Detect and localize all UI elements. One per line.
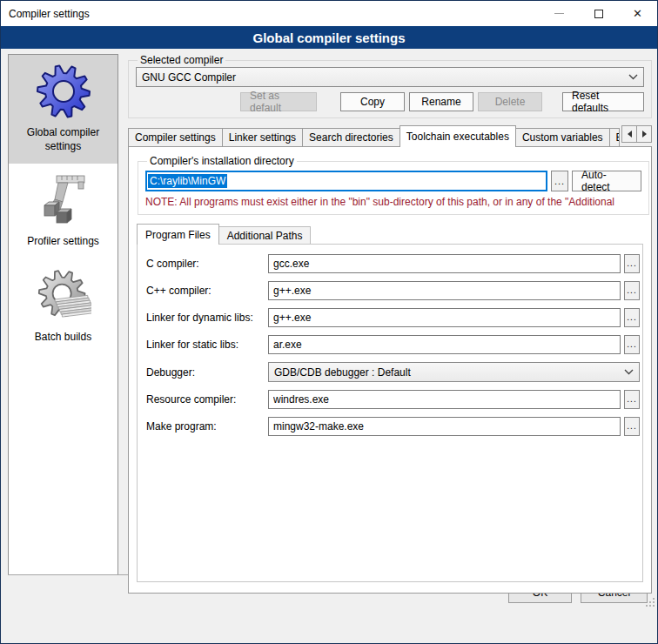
- selected-compiler-legend: Selected compiler: [138, 54, 225, 66]
- browse-button[interactable]: ...: [624, 390, 640, 409]
- program-files-tabstrip: Program Files Additional Paths: [137, 223, 643, 244]
- tab-scroll-left-button[interactable]: [621, 125, 637, 143]
- browse-button[interactable]: ...: [624, 308, 640, 327]
- tab-linker-settings[interactable]: Linker settings: [222, 128, 303, 146]
- chevron-down-icon: [624, 369, 634, 375]
- browse-button[interactable]: ...: [624, 281, 640, 300]
- reset-defaults-button[interactable]: Reset defaults: [562, 92, 644, 111]
- installation-directory-browse-button[interactable]: ...: [551, 171, 568, 191]
- copy-button[interactable]: Copy: [340, 92, 405, 111]
- maximize-icon: [594, 10, 603, 18]
- linker-dynamic-input[interactable]: [268, 308, 621, 327]
- field-label: Debugger:: [146, 366, 268, 379]
- delete-button[interactable]: Delete: [478, 92, 542, 111]
- linker-static-input[interactable]: [268, 335, 621, 354]
- field-label: Make program:: [146, 420, 268, 433]
- installation-directory-value: C:\raylib\MinGW: [148, 174, 227, 188]
- make-program-input[interactable]: [268, 417, 621, 436]
- program-files-panel: C compiler: ... C++ compiler: ... Linker…: [137, 244, 643, 582]
- resource-compiler-input[interactable]: [268, 390, 621, 409]
- field-label: Resource compiler:: [146, 393, 268, 406]
- field-row-cpp-compiler: C++ compiler: ...: [146, 281, 640, 300]
- caliper-icon: [36, 172, 91, 228]
- sidebar-item-global-compiler-settings[interactable]: Global compiler settings: [9, 55, 118, 164]
- toolchain-executables-panel: Compiler's installation directory C:\ray…: [128, 146, 652, 594]
- sidebar-item-label: Profiler settings: [27, 235, 99, 249]
- resize-grip[interactable]: [644, 596, 655, 607]
- browse-button[interactable]: ...: [624, 417, 640, 436]
- field-label: Linker for dynamic libs:: [146, 312, 268, 324]
- sidebar-item-profiler-settings[interactable]: Profiler settings: [9, 164, 118, 259]
- minimize-icon: [554, 13, 564, 14]
- auto-detect-button[interactable]: Auto-detect: [572, 171, 641, 191]
- field-row-c-compiler: C compiler: ...: [146, 254, 640, 273]
- gray-gear-stack-icon: [36, 268, 91, 324]
- rename-button[interactable]: Rename: [409, 92, 473, 111]
- field-row-linker-dynamic: Linker for dynamic libs: ...: [146, 308, 640, 327]
- sidebar-item-label: Batch builds: [35, 331, 91, 345]
- tab-search-directories[interactable]: Search directories: [302, 128, 400, 146]
- blue-gear-icon: [36, 64, 91, 119]
- debugger-select[interactable]: GDB/CDB debugger : Default: [268, 362, 640, 382]
- tab-toolchain-executables[interactable]: Toolchain executables: [400, 125, 516, 147]
- tab-scroll-right-button[interactable]: [636, 125, 652, 143]
- titlebar[interactable]: Compiler settings ✕: [1, 1, 657, 26]
- browse-button[interactable]: ...: [624, 254, 640, 273]
- installation-directory-input[interactable]: C:\raylib\MinGW: [145, 171, 547, 191]
- field-row-resource-compiler: Resource compiler: ...: [146, 390, 640, 409]
- field-label: Linker for static libs:: [146, 339, 268, 351]
- tab-compiler-settings[interactable]: Compiler settings: [128, 128, 223, 146]
- field-row-debugger: Debugger: GDB/CDB debugger : Default: [146, 362, 640, 382]
- cpp-compiler-input[interactable]: [268, 281, 621, 300]
- selected-compiler-group: Selected compiler GNU GCC Compiler Set a…: [128, 54, 652, 118]
- installation-directory-legend: Compiler's installation directory: [147, 155, 297, 167]
- tab-additional-paths[interactable]: Additional Paths: [218, 226, 312, 244]
- chevron-down-icon: [628, 74, 638, 80]
- close-icon: ✕: [633, 8, 642, 19]
- window-title: Compiler settings: [1, 8, 540, 20]
- set-as-default-button[interactable]: Set as default: [240, 92, 317, 111]
- close-button[interactable]: ✕: [618, 1, 657, 26]
- tab-program-files[interactable]: Program Files: [137, 224, 219, 245]
- settings-category-list: Global compiler settings: [8, 54, 118, 600]
- compiler-settings-dialog: Compiler settings ✕ Global compiler sett…: [0, 0, 658, 644]
- sidebar-item-label: Global compiler settings: [10, 126, 116, 153]
- maximize-button[interactable]: [579, 1, 618, 26]
- bin-subdirectory-note: NOTE: All programs must exist either in …: [145, 196, 641, 208]
- tab-build-options[interactable]: Build options: [609, 128, 620, 146]
- arrow-right-icon: [642, 131, 647, 138]
- field-label: C compiler:: [146, 258, 268, 270]
- debugger-select-value: GDB/CDB debugger : Default: [274, 366, 619, 379]
- arrow-left-icon: [628, 131, 632, 138]
- installation-directory-group: Compiler's installation directory C:\ray…: [138, 155, 649, 215]
- field-row-linker-static: Linker for static libs: ...: [146, 335, 640, 354]
- field-row-make-program: Make program: ...: [146, 417, 640, 436]
- c-compiler-input[interactable]: [268, 254, 621, 273]
- minimize-button[interactable]: [540, 1, 579, 26]
- compiler-select-value: GNU GCC Compiler: [142, 71, 623, 84]
- page-title: Global compiler settings: [1, 26, 657, 49]
- tab-custom-variables[interactable]: Custom variables: [515, 128, 610, 146]
- field-label: C++ compiler:: [146, 285, 268, 297]
- settings-tabstrip: Compiler settings Linker settings Search…: [128, 124, 652, 146]
- browse-button[interactable]: ...: [624, 335, 640, 354]
- sidebar-item-batch-builds[interactable]: Batch builds: [9, 259, 118, 355]
- compiler-select[interactable]: GNU GCC Compiler: [136, 67, 644, 87]
